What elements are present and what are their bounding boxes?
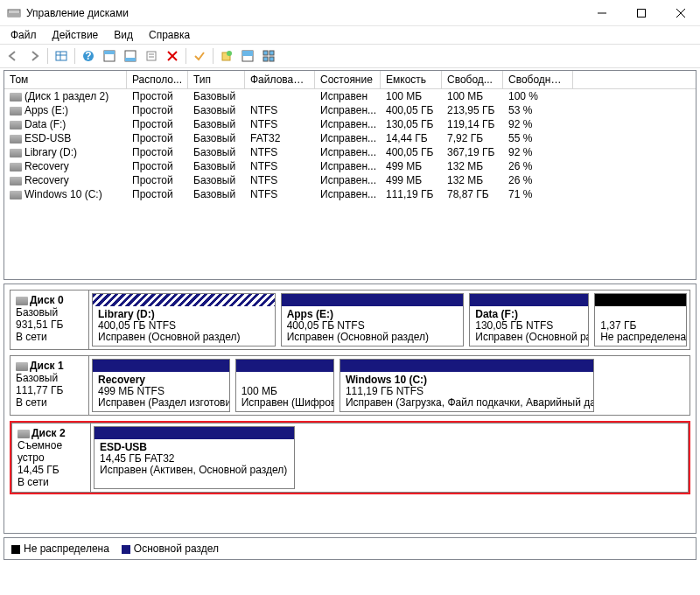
table-row[interactable]: ESD-USBПростойБазовыйFAT32Исправен...14,… — [4, 131, 696, 145]
disk-2-size: 14,45 ГБ — [18, 464, 60, 476]
cell-fs — [245, 89, 315, 103]
cell-fs: FAT32 — [245, 131, 315, 145]
app-icon — [7, 6, 21, 20]
partition-text: 100 МБИсправен (Шифров — [236, 372, 333, 411]
disk-0-unallocated[interactable]: 1,37 ГБНе распределена — [594, 293, 687, 346]
disk-0-name: Диск 0 — [30, 294, 64, 306]
disk-1-info: Диск 1 Базовый 111,77 ГБ В сети — [10, 356, 89, 415]
view-list-icon[interactable] — [52, 46, 71, 66]
help-icon[interactable]: ? — [79, 46, 98, 66]
panel-bottom-icon[interactable] — [121, 46, 140, 66]
cell-svob: 100 МБ — [442, 89, 503, 103]
cell-emk: 400,05 ГБ — [381, 145, 442, 159]
back-button[interactable] — [4, 46, 23, 66]
cell-raspl: Простой — [127, 159, 188, 173]
volume-icon — [10, 121, 22, 130]
close-button[interactable] — [661, 0, 700, 26]
disk-1-partition-windows[interactable]: Windows 10 (C:)111,19 ГБ NTFSИсправен (З… — [340, 359, 594, 412]
partition-text: Windows 10 (C:)111,19 ГБ NTFSИсправен (З… — [340, 372, 593, 411]
cell-tip: Базовый — [188, 89, 245, 103]
col-raspl[interactable]: Располо... — [127, 71, 188, 88]
disk-1-status: В сети — [16, 396, 47, 409]
cell-svob: 213,95 ГБ — [442, 103, 503, 117]
volume-icon — [10, 177, 22, 186]
disk-0-type: Базовый — [16, 306, 58, 318]
disk-0-info: Диск 0 Базовый 931,51 ГБ В сети — [10, 290, 89, 349]
volume-icon — [10, 163, 22, 172]
disk-2-highlight: Диск 2 Съемное устро 14,45 ГБ В сети ESD… — [10, 421, 690, 494]
table-row[interactable]: RecoveryПростойБазовыйNTFSИсправен...499… — [4, 159, 696, 173]
separator — [74, 48, 75, 64]
cell-tom: Windows 10 (C:) — [4, 187, 127, 201]
properties-icon[interactable] — [142, 46, 161, 66]
disk-2-row[interactable]: Диск 2 Съемное устро 14,45 ГБ В сети ESD… — [11, 423, 689, 493]
svg-rect-12 — [104, 51, 115, 54]
separator — [47, 48, 48, 64]
disk-2-partition-esdusb[interactable]: ESD-USB14,45 ГБ FAT32Исправен (Активен, … — [94, 426, 295, 489]
col-emk[interactable]: Емкость — [381, 71, 442, 88]
col-fs[interactable]: Файловая с... — [245, 71, 315, 88]
table-row[interactable]: RecoveryПростойБазовыйNTFSИсправен...499… — [4, 173, 696, 187]
menu-file[interactable]: Файл — [4, 27, 44, 43]
menu-action[interactable]: Действие — [46, 27, 106, 43]
partition-text: Library (D:)400,05 ГБ NTFSИсправен (Осно… — [93, 306, 275, 346]
partition-bar — [93, 294, 275, 306]
cell-svob: 132 МБ — [442, 159, 503, 173]
cell-svobp: 92 % — [503, 117, 573, 131]
menu-view[interactable]: Вид — [107, 27, 140, 43]
minimize-button[interactable] — [582, 0, 621, 26]
cell-svob: 78,87 ГБ — [442, 187, 503, 201]
disk-1-partition-efi[interactable]: 100 МБИсправен (Шифров — [235, 359, 334, 412]
disk-1-type: Базовый — [16, 372, 58, 384]
volume-list[interactable]: Том Располо... Тип Файловая с... Состоян… — [4, 70, 696, 280]
table-row[interactable]: Windows 10 (C:)ПростойБазовыйNTFSИсправе… — [4, 187, 696, 201]
cell-svob: 7,92 ГБ — [442, 131, 503, 145]
disk-1-row[interactable]: Диск 1 Базовый 111,77 ГБ В сети Recovery… — [10, 355, 690, 416]
table-row[interactable]: (Диск 1 раздел 2)ПростойБазовыйИсправен1… — [4, 89, 696, 103]
cell-fs: NTFS — [245, 173, 315, 187]
table-row[interactable]: Apps (E:)ПростойБазовыйNTFSИсправен...40… — [4, 103, 696, 117]
col-tip[interactable]: Тип — [188, 71, 245, 88]
col-svob[interactable]: Свобод... — [442, 71, 503, 88]
svg-rect-6 — [56, 52, 66, 60]
cell-emk: 130,05 ГБ — [381, 117, 442, 131]
svg-rect-27 — [270, 57, 274, 61]
disk-0-partition-data[interactable]: Data (F:)130,05 ГБ NTFSИсправен (Основно… — [469, 293, 589, 346]
partition-bar — [93, 360, 229, 372]
maximize-button[interactable] — [621, 0, 661, 26]
partition-bar — [236, 360, 333, 372]
cell-tom: ESD-USB — [4, 131, 127, 145]
table-row[interactable]: Library (D:)ПростойБазовыйNTFSИсправен..… — [4, 145, 696, 159]
volume-icon — [10, 149, 22, 158]
menu-help[interactable]: Справка — [142, 27, 197, 43]
cell-raspl: Простой — [127, 103, 188, 117]
delete-icon[interactable] — [163, 46, 182, 66]
cell-raspl: Простой — [127, 89, 188, 103]
view-large-icon[interactable] — [238, 46, 257, 66]
legend: Не распределена Основной раздел — [4, 537, 696, 560]
partition-bar — [595, 294, 686, 306]
cell-sost: Исправен... — [315, 103, 381, 117]
new-icon[interactable] — [217, 46, 236, 66]
disk-1-size: 111,77 ГБ — [16, 384, 63, 396]
panel-top-icon[interactable] — [100, 46, 119, 66]
cell-emk: 499 МБ — [381, 159, 442, 173]
disk-0-row[interactable]: Диск 0 Базовый 931,51 ГБ В сети Library … — [10, 290, 690, 350]
cell-raspl: Простой — [127, 131, 188, 145]
col-sost[interactable]: Состояние — [315, 71, 381, 88]
view-small-icon[interactable] — [259, 46, 278, 66]
disk-0-partition-apps[interactable]: Apps (E:)400,05 ГБ NTFSИсправен (Основно… — [281, 293, 465, 346]
partition-text: 1,37 ГБНе распределена — [595, 306, 686, 346]
forward-button[interactable] — [24, 46, 44, 66]
table-row[interactable]: Data (F:)ПростойБазовыйNTFSИсправен...13… — [4, 117, 696, 131]
cell-raspl: Простой — [127, 117, 188, 131]
col-tom[interactable]: Том — [4, 71, 127, 88]
cell-tom: Recovery — [4, 159, 127, 173]
col-spacer — [573, 71, 696, 88]
col-svobp[interactable]: Свободно % — [503, 71, 573, 88]
svg-point-21 — [227, 51, 232, 56]
disk-1-partition-recovery[interactable]: Recovery499 МБ NTFSИсправен (Раздел изго… — [92, 359, 230, 412]
disk-0-partition-library[interactable]: Library (D:)400,05 ГБ NTFSИсправен (Осно… — [92, 293, 276, 346]
check-icon[interactable] — [190, 46, 209, 66]
partition-text: Data (F:)130,05 ГБ NTFSИсправен (Основно… — [470, 306, 588, 346]
